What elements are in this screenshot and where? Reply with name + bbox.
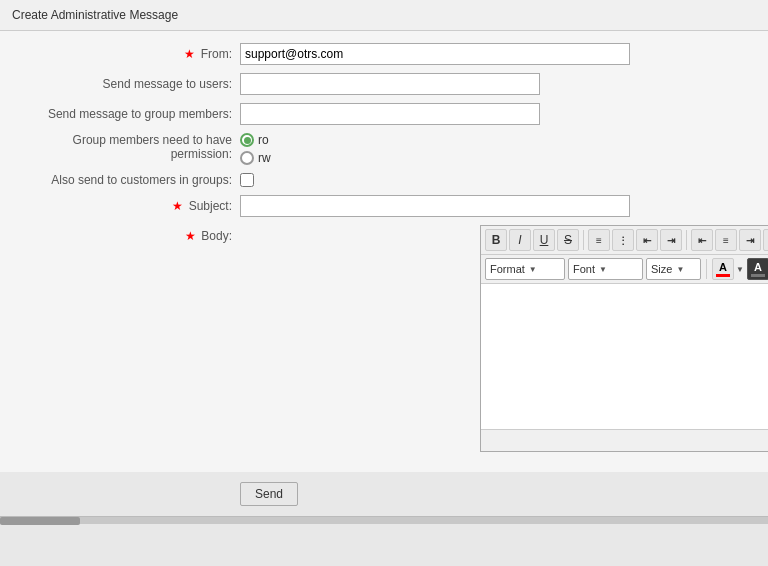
- editor-body[interactable]: [481, 284, 768, 429]
- from-label: ★ From:: [10, 47, 240, 61]
- font-dropdown[interactable]: Font ▼: [568, 258, 643, 280]
- font-dropdown-arrow: ▼: [599, 265, 607, 274]
- font-color-indicator: [716, 274, 730, 277]
- send-button[interactable]: Send: [240, 482, 298, 506]
- also-send-checkbox[interactable]: [240, 173, 254, 187]
- also-send-label: Also send to customers in groups:: [10, 173, 240, 187]
- sep1: [583, 230, 584, 250]
- underline-button[interactable]: U: [533, 229, 555, 251]
- permission-rw-option[interactable]: rw: [240, 151, 271, 165]
- radio-rw-unchecked[interactable]: [240, 151, 254, 165]
- subject-required-star: ★: [172, 199, 183, 213]
- italic-button[interactable]: I: [509, 229, 531, 251]
- indent-left-button[interactable]: ⇤: [636, 229, 658, 251]
- font-color-arrow[interactable]: ▼: [736, 265, 744, 274]
- indent-right-button[interactable]: ⇥: [660, 229, 682, 251]
- toolbar-row1: B I U S ≡ ⋮ ⇤ ⇥ ⇤ ≡ ⇥ ☰ 🔗 🔗 ▤ ↶: [481, 226, 768, 255]
- page-title: Create Administrative Message: [0, 0, 768, 31]
- scrollbar-thumb[interactable]: [0, 517, 80, 525]
- bg-color-button[interactable]: A: [747, 258, 768, 280]
- align-left-button[interactable]: ⇤: [691, 229, 713, 251]
- align-center-button[interactable]: ≡: [715, 229, 737, 251]
- bold-button[interactable]: B: [485, 229, 507, 251]
- send-to-users-input[interactable]: [240, 73, 540, 95]
- bg-color-indicator: [751, 274, 765, 277]
- body-required-star: ★: [185, 229, 196, 243]
- permission-label: Group members need to have permission:: [10, 133, 240, 161]
- sep6: [706, 259, 707, 279]
- size-dropdown[interactable]: Size ▼: [646, 258, 701, 280]
- size-dropdown-arrow: ▼: [676, 265, 684, 274]
- subject-input[interactable]: [240, 195, 630, 217]
- format-dropdown[interactable]: Format ▼: [485, 258, 565, 280]
- align-right-button[interactable]: ⇥: [739, 229, 761, 251]
- from-input[interactable]: [240, 43, 630, 65]
- users-label: Send message to users:: [10, 77, 240, 91]
- send-to-group-input[interactable]: [240, 103, 540, 125]
- required-star: ★: [184, 47, 195, 61]
- strikethrough-button[interactable]: S: [557, 229, 579, 251]
- format-dropdown-arrow: ▼: [529, 265, 537, 274]
- ordered-list-button[interactable]: ≡: [588, 229, 610, 251]
- group-label: Send message to group members:: [10, 107, 240, 121]
- align-justify-button[interactable]: ☰: [763, 229, 768, 251]
- sep2: [686, 230, 687, 250]
- send-row: Send: [230, 472, 768, 516]
- body-label: ★ Body:: [10, 225, 240, 243]
- font-color-button[interactable]: A: [712, 258, 734, 280]
- permission-ro-option[interactable]: ro: [240, 133, 271, 147]
- subject-label: ★ Subject:: [10, 199, 240, 213]
- horizontal-scrollbar[interactable]: [0, 516, 768, 524]
- editor-footer: [481, 429, 768, 451]
- toolbar-row2: Format ▼ Font ▼ Size ▼ A ▼ A: [481, 255, 768, 284]
- radio-ro-checked[interactable]: [240, 133, 254, 147]
- unordered-list-button[interactable]: ⋮: [612, 229, 634, 251]
